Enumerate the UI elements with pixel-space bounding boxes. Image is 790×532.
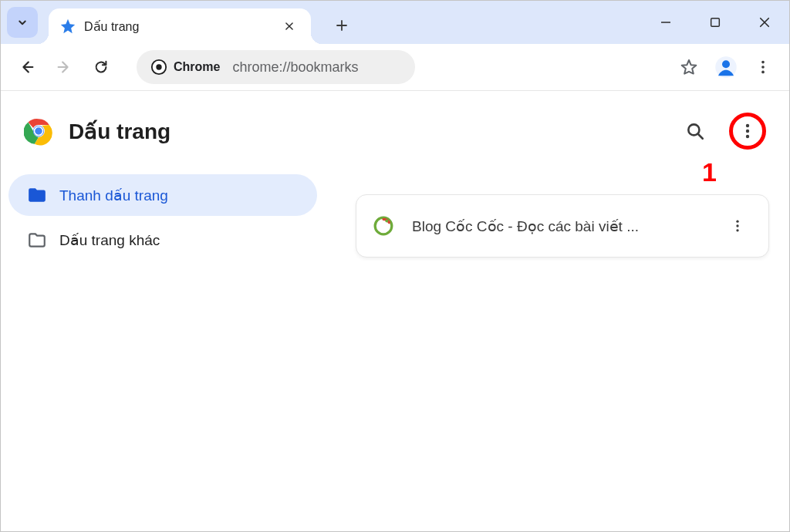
new-tab-button[interactable]	[326, 10, 357, 41]
kebab-menu-icon	[755, 59, 771, 76]
svg-point-5	[761, 61, 765, 64]
coccoc-favicon-icon	[373, 216, 393, 236]
close-window-button[interactable]	[740, 1, 789, 44]
bookmark-item-title: Blog Cốc Cốc - Đọc các bài viết ...	[412, 217, 705, 235]
close-icon	[284, 21, 295, 32]
browser-window: Dấu trang	[0, 0, 790, 532]
kebab-menu-icon	[738, 122, 757, 140]
svg-point-10	[34, 126, 42, 135]
page-content: Dấu trang Thanh dấu trang Dấu trang khác	[1, 90, 789, 531]
bookmarks-list: Blog Cốc Cốc - Đọc các bài viết ...	[325, 171, 789, 264]
svg-point-6	[761, 66, 765, 69]
window-controls	[641, 1, 789, 44]
svg-point-19	[736, 229, 738, 231]
svg-point-16	[385, 220, 388, 223]
page-title: Dấu trang	[69, 119, 661, 144]
svg-point-12	[746, 124, 749, 127]
search-icon	[685, 121, 705, 141]
reload-button[interactable]	[84, 50, 118, 84]
chrome-shield-icon	[150, 59, 167, 76]
omnibox-chip: Chrome	[150, 59, 220, 76]
maximize-button[interactable]	[690, 1, 740, 44]
svg-point-18	[736, 224, 738, 227]
star-outline-icon	[680, 58, 698, 76]
forward-button[interactable]	[47, 50, 81, 84]
minimize-icon	[659, 15, 673, 29]
bookmarks-organize-button[interactable]	[729, 113, 766, 150]
bookmarks-body: Thanh dấu trang Dấu trang khác Blog Cốc …	[1, 168, 789, 267]
kebab-menu-icon	[730, 218, 745, 234]
svg-point-2	[156, 64, 161, 69]
bookmarks-sidebar: Thanh dấu trang Dấu trang khác	[1, 171, 325, 264]
chrome-menu-button[interactable]	[746, 50, 780, 84]
close-icon	[758, 15, 771, 29]
titlebar: Dấu trang	[1, 1, 789, 44]
tab-close-button[interactable]	[279, 15, 300, 37]
omnibox-url: chrome://bookmarks	[232, 59, 358, 76]
toolbar: Chrome chrome://bookmarks	[1, 44, 789, 90]
search-tabs-button[interactable]	[7, 7, 38, 38]
profile-button[interactable]	[709, 50, 743, 84]
svg-point-17	[736, 221, 738, 223]
folder-icon	[27, 185, 47, 205]
svg-point-13	[746, 130, 749, 133]
svg-rect-0	[711, 19, 720, 27]
chevron-down-icon	[15, 15, 29, 29]
bookmark-item[interactable]: Blog Cốc Cốc - Đọc các bài viết ...	[356, 194, 769, 258]
arrow-right-icon	[56, 59, 73, 76]
profile-icon	[714, 56, 738, 79]
back-button[interactable]	[10, 50, 44, 84]
tab-title: Dấu trang	[84, 19, 279, 34]
omnibox-chip-label: Chrome	[174, 60, 220, 74]
bookmark-item-menu-button[interactable]	[724, 212, 751, 240]
arrow-left-icon	[19, 59, 35, 76]
annotation-callout-1: 1	[702, 157, 717, 187]
bookmarks-search-button[interactable]	[677, 113, 714, 150]
svg-point-7	[761, 71, 765, 74]
chrome-logo-icon	[24, 116, 53, 146]
svg-point-14	[746, 135, 749, 138]
maximize-icon	[709, 16, 721, 29]
plus-icon	[335, 19, 349, 32]
bookmark-star-button[interactable]	[672, 50, 706, 84]
folder-outline-icon	[27, 230, 47, 250]
folder-label: Thanh dấu trang	[59, 187, 168, 204]
folder-other-bookmarks[interactable]: Dấu trang khác	[8, 219, 317, 261]
tab-bookmarks[interactable]: Dấu trang	[49, 8, 311, 44]
star-filled-icon	[59, 18, 76, 35]
minimize-button[interactable]	[641, 1, 690, 44]
bookmarks-header: Dấu trang	[1, 91, 789, 168]
folder-bookmarks-bar[interactable]: Thanh dấu trang	[8, 174, 317, 216]
reload-icon	[93, 59, 110, 76]
folder-label: Dấu trang khác	[59, 231, 160, 249]
omnibox[interactable]: Chrome chrome://bookmarks	[137, 50, 415, 84]
svg-point-4	[722, 60, 730, 68]
